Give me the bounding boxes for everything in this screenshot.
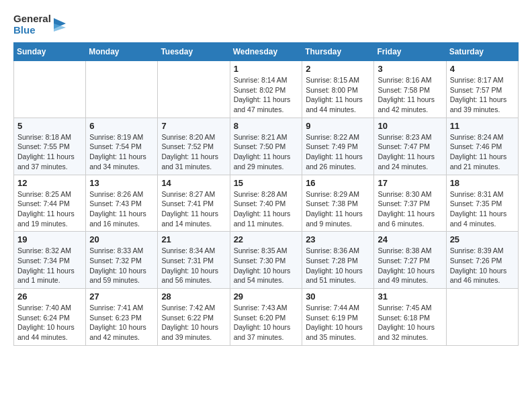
calendar-week-row: 1Sunrise: 8:14 AMSunset: 8:02 PMDaylight…: [14, 61, 519, 118]
day-info: Sunrise: 8:26 AMSunset: 7:43 PMDaylight:…: [89, 189, 154, 229]
day-number: 10: [378, 121, 442, 131]
day-number: 2: [306, 64, 370, 74]
calendar-cell: 21Sunrise: 8:34 AMSunset: 7:31 PMDayligh…: [158, 232, 230, 289]
calendar-cell: 28Sunrise: 7:42 AMSunset: 6:22 PMDayligh…: [158, 289, 230, 346]
calendar-cell: [14, 61, 86, 118]
day-info: Sunrise: 8:23 AMSunset: 7:47 PMDaylight:…: [378, 132, 442, 172]
day-info: Sunrise: 8:19 AMSunset: 7:54 PMDaylight:…: [89, 132, 154, 172]
weekday-header: Sunday: [14, 43, 86, 61]
calendar-cell: 29Sunrise: 7:43 AMSunset: 6:20 PMDayligh…: [230, 289, 302, 346]
day-info: Sunrise: 8:30 AMSunset: 7:37 PMDaylight:…: [378, 189, 442, 229]
day-info: Sunrise: 8:31 AMSunset: 7:35 PMDaylight:…: [450, 189, 515, 229]
calendar-cell: 25Sunrise: 8:39 AMSunset: 7:26 PMDayligh…: [446, 232, 518, 289]
day-info: Sunrise: 8:36 AMSunset: 7:28 PMDaylight:…: [306, 246, 370, 285]
calendar-cell: 13Sunrise: 8:26 AMSunset: 7:43 PMDayligh…: [86, 175, 158, 232]
calendar-cell: 23Sunrise: 8:36 AMSunset: 7:28 PMDayligh…: [302, 232, 374, 289]
day-info: Sunrise: 8:24 AMSunset: 7:46 PMDaylight:…: [450, 132, 515, 172]
calendar-header-row: SundayMondayTuesdayWednesdayThursdayFrid…: [14, 43, 519, 61]
calendar-cell: 26Sunrise: 7:40 AMSunset: 6:24 PMDayligh…: [14, 289, 86, 346]
day-number: 28: [161, 291, 226, 302]
day-info: Sunrise: 8:25 AMSunset: 7:44 PMDaylight:…: [17, 189, 82, 229]
day-info: Sunrise: 8:29 AMSunset: 7:38 PMDaylight:…: [306, 189, 370, 229]
calendar-cell: 1Sunrise: 8:14 AMSunset: 8:02 PMDaylight…: [230, 61, 302, 118]
calendar-cell: 12Sunrise: 8:25 AMSunset: 7:44 PMDayligh…: [14, 175, 86, 232]
page-header: General Blue: [13, 13, 519, 36]
weekday-header: Wednesday: [230, 43, 302, 61]
calendar-week-row: 12Sunrise: 8:25 AMSunset: 7:44 PMDayligh…: [14, 175, 519, 232]
day-info: Sunrise: 8:17 AMSunset: 7:57 PMDaylight:…: [450, 75, 515, 115]
day-info: Sunrise: 8:16 AMSunset: 7:58 PMDaylight:…: [378, 75, 442, 115]
day-number: 3: [378, 64, 442, 74]
day-number: 30: [306, 291, 370, 302]
calendar-cell: 15Sunrise: 8:28 AMSunset: 7:40 PMDayligh…: [230, 175, 302, 232]
day-info: Sunrise: 8:15 AMSunset: 8:00 PMDaylight:…: [306, 75, 370, 115]
calendar-cell: 9Sunrise: 8:22 AMSunset: 7:49 PMDaylight…: [302, 118, 374, 175]
day-number: 8: [234, 121, 299, 131]
calendar-cell: 30Sunrise: 7:44 AMSunset: 6:19 PMDayligh…: [302, 289, 374, 346]
day-number: 13: [89, 178, 154, 188]
weekday-header: Thursday: [302, 43, 374, 61]
calendar-cell: [446, 289, 518, 346]
logo: General Blue: [13, 13, 69, 36]
day-number: 11: [450, 121, 515, 131]
weekday-header: Tuesday: [158, 43, 230, 61]
calendar-cell: 18Sunrise: 8:31 AMSunset: 7:35 PMDayligh…: [446, 175, 518, 232]
day-number: 16: [306, 178, 370, 188]
calendar-cell: 24Sunrise: 8:38 AMSunset: 7:27 PMDayligh…: [374, 232, 446, 289]
day-number: 24: [378, 234, 442, 244]
day-info: Sunrise: 8:39 AMSunset: 7:26 PMDaylight:…: [450, 246, 515, 285]
day-number: 4: [450, 64, 515, 74]
day-info: Sunrise: 7:43 AMSunset: 6:20 PMDaylight:…: [234, 303, 299, 342]
calendar-cell: 5Sunrise: 8:18 AMSunset: 7:55 PMDaylight…: [14, 118, 86, 175]
day-number: 26: [17, 291, 82, 302]
day-info: Sunrise: 7:41 AMSunset: 6:23 PMDaylight:…: [89, 303, 154, 342]
day-number: 25: [450, 234, 515, 244]
day-number: 21: [161, 234, 226, 244]
day-number: 14: [161, 178, 226, 188]
day-number: 27: [89, 291, 154, 302]
calendar-cell: 19Sunrise: 8:32 AMSunset: 7:34 PMDayligh…: [14, 232, 86, 289]
day-info: Sunrise: 7:42 AMSunset: 6:22 PMDaylight:…: [161, 303, 226, 342]
calendar-cell: 27Sunrise: 7:41 AMSunset: 6:23 PMDayligh…: [86, 289, 158, 346]
calendar-cell: 7Sunrise: 8:20 AMSunset: 7:52 PMDaylight…: [158, 118, 230, 175]
day-number: 29: [234, 291, 299, 302]
day-info: Sunrise: 7:44 AMSunset: 6:19 PMDaylight:…: [306, 303, 370, 342]
calendar-cell: 3Sunrise: 8:16 AMSunset: 7:58 PMDaylight…: [374, 61, 446, 118]
day-number: 23: [306, 234, 370, 244]
day-info: Sunrise: 8:18 AMSunset: 7:55 PMDaylight:…: [17, 132, 82, 172]
logo-blue-text: Blue: [13, 25, 51, 36]
calendar-week-row: 26Sunrise: 7:40 AMSunset: 6:24 PMDayligh…: [14, 289, 519, 346]
calendar-cell: 11Sunrise: 8:24 AMSunset: 7:46 PMDayligh…: [446, 118, 518, 175]
day-info: Sunrise: 8:27 AMSunset: 7:41 PMDaylight:…: [161, 189, 226, 229]
day-number: 18: [450, 178, 515, 188]
day-number: 20: [89, 234, 154, 244]
day-number: 19: [17, 234, 82, 244]
logo-general-text: General: [13, 13, 51, 25]
weekday-header: Saturday: [446, 43, 518, 61]
day-number: 9: [306, 121, 370, 131]
calendar-cell: 2Sunrise: 8:15 AMSunset: 8:00 PMDaylight…: [302, 61, 374, 118]
calendar-cell: 20Sunrise: 8:33 AMSunset: 7:32 PMDayligh…: [86, 232, 158, 289]
day-info: Sunrise: 7:45 AMSunset: 6:18 PMDaylight:…: [378, 303, 442, 342]
day-info: Sunrise: 7:40 AMSunset: 6:24 PMDaylight:…: [17, 303, 82, 342]
calendar-cell: 4Sunrise: 8:17 AMSunset: 7:57 PMDaylight…: [446, 61, 518, 118]
day-info: Sunrise: 8:33 AMSunset: 7:32 PMDaylight:…: [89, 246, 154, 285]
calendar-cell: 22Sunrise: 8:35 AMSunset: 7:30 PMDayligh…: [230, 232, 302, 289]
calendar-cell: [86, 61, 158, 118]
day-number: 6: [89, 121, 154, 131]
calendar-cell: 10Sunrise: 8:23 AMSunset: 7:47 PMDayligh…: [374, 118, 446, 175]
day-info: Sunrise: 8:35 AMSunset: 7:30 PMDaylight:…: [234, 246, 299, 285]
calendar-cell: 14Sunrise: 8:27 AMSunset: 7:41 PMDayligh…: [158, 175, 230, 232]
day-number: 31: [378, 291, 442, 302]
day-number: 22: [234, 234, 299, 244]
day-info: Sunrise: 8:32 AMSunset: 7:34 PMDaylight:…: [17, 246, 82, 285]
day-info: Sunrise: 8:38 AMSunset: 7:27 PMDaylight:…: [378, 246, 442, 285]
day-number: 15: [234, 178, 299, 188]
calendar-cell: 17Sunrise: 8:30 AMSunset: 7:37 PMDayligh…: [374, 175, 446, 232]
calendar-cell: 31Sunrise: 7:45 AMSunset: 6:18 PMDayligh…: [374, 289, 446, 346]
day-number: 7: [161, 121, 226, 131]
calendar-week-row: 5Sunrise: 8:18 AMSunset: 7:55 PMDaylight…: [14, 118, 519, 175]
day-info: Sunrise: 8:14 AMSunset: 8:02 PMDaylight:…: [234, 75, 299, 115]
weekday-header: Friday: [374, 43, 446, 61]
calendar-week-row: 19Sunrise: 8:32 AMSunset: 7:34 PMDayligh…: [14, 232, 519, 289]
